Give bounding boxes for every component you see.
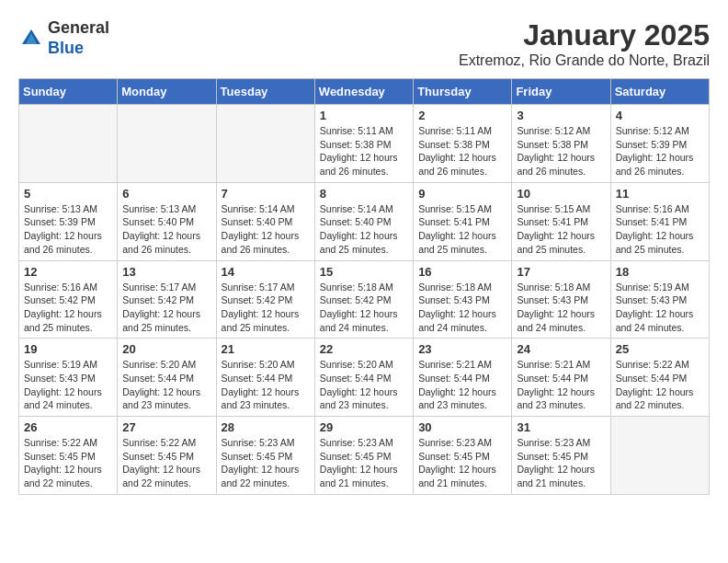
calendar-cell: 6Sunrise: 5:13 AM Sunset: 5:40 PM Daylig…	[118, 182, 216, 260]
calendar-cell: 17Sunrise: 5:18 AM Sunset: 5:43 PM Dayli…	[512, 260, 610, 339]
day-number: 1	[320, 109, 408, 122]
day-number: 10	[517, 187, 605, 201]
calendar-cell: 3Sunrise: 5:12 AM Sunset: 5:38 PM Daylig…	[512, 105, 610, 183]
calendar-week-row: 5Sunrise: 5:13 AM Sunset: 5:39 PM Daylig…	[19, 182, 710, 260]
day-number: 19	[24, 342, 112, 356]
day-number: 9	[418, 187, 506, 201]
calendar-cell: 27Sunrise: 5:22 AM Sunset: 5:45 PM Dayli…	[118, 417, 216, 495]
calendar-week-row: 26Sunrise: 5:22 AM Sunset: 5:45 PM Dayli…	[19, 417, 710, 495]
day-number: 25	[616, 342, 704, 356]
day-info: Sunrise: 5:23 AM Sunset: 5:45 PM Dayligh…	[517, 436, 605, 490]
calendar-cell	[216, 105, 314, 183]
logo-text: General Blue	[48, 18, 109, 58]
day-number: 17	[517, 265, 605, 279]
day-number: 29	[320, 420, 408, 434]
calendar-week-row: 12Sunrise: 5:16 AM Sunset: 5:42 PM Dayli…	[19, 260, 710, 339]
calendar-cell: 15Sunrise: 5:18 AM Sunset: 5:42 PM Dayli…	[314, 260, 413, 339]
day-number: 31	[517, 420, 605, 434]
day-number: 22	[320, 342, 408, 356]
day-info: Sunrise: 5:14 AM Sunset: 5:40 PM Dayligh…	[320, 202, 408, 257]
day-number: 23	[418, 342, 506, 356]
day-info: Sunrise: 5:17 AM Sunset: 5:42 PM Dayligh…	[122, 281, 210, 335]
column-header-thursday: Thursday	[414, 79, 512, 105]
day-info: Sunrise: 5:23 AM Sunset: 5:45 PM Dayligh…	[320, 436, 408, 490]
calendar-cell: 23Sunrise: 5:21 AM Sunset: 5:44 PM Dayli…	[414, 339, 512, 417]
day-info: Sunrise: 5:21 AM Sunset: 5:44 PM Dayligh…	[418, 358, 506, 412]
day-info: Sunrise: 5:11 AM Sunset: 5:38 PM Dayligh…	[320, 124, 408, 178]
day-info: Sunrise: 5:14 AM Sunset: 5:40 PM Dayligh…	[222, 202, 310, 257]
day-info: Sunrise: 5:12 AM Sunset: 5:39 PM Dayligh…	[616, 124, 704, 178]
column-header-friday: Friday	[512, 79, 610, 105]
calendar-cell: 16Sunrise: 5:18 AM Sunset: 5:43 PM Dayli…	[414, 260, 512, 339]
day-number: 28	[222, 420, 310, 434]
day-info: Sunrise: 5:13 AM Sunset: 5:39 PM Dayligh…	[24, 202, 112, 257]
day-number: 11	[616, 187, 704, 201]
calendar-week-row: 19Sunrise: 5:19 AM Sunset: 5:43 PM Dayli…	[19, 339, 710, 417]
calendar-cell: 1Sunrise: 5:11 AM Sunset: 5:38 PM Daylig…	[314, 105, 413, 183]
calendar-cell: 29Sunrise: 5:23 AM Sunset: 5:45 PM Dayli…	[314, 417, 413, 495]
day-info: Sunrise: 5:20 AM Sunset: 5:44 PM Dayligh…	[222, 358, 310, 412]
calendar-cell: 26Sunrise: 5:22 AM Sunset: 5:45 PM Dayli…	[19, 417, 118, 495]
day-info: Sunrise: 5:22 AM Sunset: 5:45 PM Dayligh…	[122, 436, 210, 490]
day-info: Sunrise: 5:23 AM Sunset: 5:45 PM Dayligh…	[418, 436, 506, 490]
day-info: Sunrise: 5:18 AM Sunset: 5:43 PM Dayligh…	[517, 281, 605, 335]
column-header-tuesday: Tuesday	[216, 79, 314, 105]
calendar-cell: 22Sunrise: 5:20 AM Sunset: 5:44 PM Dayli…	[314, 339, 413, 417]
calendar-cell	[610, 417, 709, 495]
calendar-cell: 7Sunrise: 5:14 AM Sunset: 5:40 PM Daylig…	[216, 182, 314, 260]
day-info: Sunrise: 5:16 AM Sunset: 5:42 PM Dayligh…	[24, 281, 112, 335]
day-number: 21	[222, 342, 310, 356]
day-info: Sunrise: 5:13 AM Sunset: 5:40 PM Dayligh…	[122, 202, 210, 257]
day-info: Sunrise: 5:15 AM Sunset: 5:41 PM Dayligh…	[517, 202, 605, 257]
day-number: 18	[616, 265, 704, 279]
calendar-cell	[19, 105, 118, 183]
day-number: 16	[418, 265, 506, 279]
calendar-cell: 31Sunrise: 5:23 AM Sunset: 5:45 PM Dayli…	[512, 417, 610, 495]
page-header: General Blue January 2025 Extremoz, Rio …	[18, 18, 710, 69]
column-header-wednesday: Wednesday	[314, 79, 413, 105]
day-info: Sunrise: 5:19 AM Sunset: 5:43 PM Dayligh…	[24, 358, 112, 412]
day-number: 6	[122, 187, 210, 201]
day-number: 27	[122, 420, 210, 434]
day-number: 8	[320, 187, 408, 201]
month-title: January 2025	[459, 18, 710, 52]
day-info: Sunrise: 5:18 AM Sunset: 5:43 PM Dayligh…	[418, 281, 506, 335]
calendar-cell: 11Sunrise: 5:16 AM Sunset: 5:41 PM Dayli…	[610, 182, 709, 260]
calendar-cell: 14Sunrise: 5:17 AM Sunset: 5:42 PM Dayli…	[216, 260, 314, 339]
day-info: Sunrise: 5:20 AM Sunset: 5:44 PM Dayligh…	[122, 358, 210, 412]
calendar-week-row: 1Sunrise: 5:11 AM Sunset: 5:38 PM Daylig…	[19, 105, 710, 183]
day-info: Sunrise: 5:23 AM Sunset: 5:45 PM Dayligh…	[222, 436, 310, 490]
calendar-cell: 19Sunrise: 5:19 AM Sunset: 5:43 PM Dayli…	[19, 339, 118, 417]
calendar-cell: 8Sunrise: 5:14 AM Sunset: 5:40 PM Daylig…	[314, 182, 413, 260]
location-title: Extremoz, Rio Grande do Norte, Brazil	[459, 52, 710, 69]
day-number: 15	[320, 265, 408, 279]
day-number: 5	[24, 187, 112, 201]
calendar-cell: 28Sunrise: 5:23 AM Sunset: 5:45 PM Dayli…	[216, 417, 314, 495]
day-number: 4	[616, 109, 704, 122]
day-info: Sunrise: 5:22 AM Sunset: 5:45 PM Dayligh…	[24, 436, 112, 490]
day-info: Sunrise: 5:18 AM Sunset: 5:42 PM Dayligh…	[320, 281, 408, 335]
day-info: Sunrise: 5:22 AM Sunset: 5:44 PM Dayligh…	[616, 358, 704, 412]
day-number: 20	[122, 342, 210, 356]
day-number: 2	[418, 109, 506, 122]
calendar-table: SundayMondayTuesdayWednesdayThursdayFrid…	[18, 78, 710, 495]
day-info: Sunrise: 5:15 AM Sunset: 5:41 PM Dayligh…	[418, 202, 506, 257]
day-number: 24	[517, 342, 605, 356]
day-number: 14	[222, 265, 310, 279]
day-info: Sunrise: 5:11 AM Sunset: 5:38 PM Dayligh…	[418, 124, 506, 178]
column-header-monday: Monday	[118, 79, 216, 105]
day-info: Sunrise: 5:17 AM Sunset: 5:42 PM Dayligh…	[222, 281, 310, 335]
calendar-cell: 20Sunrise: 5:20 AM Sunset: 5:44 PM Dayli…	[118, 339, 216, 417]
calendar-cell: 2Sunrise: 5:11 AM Sunset: 5:38 PM Daylig…	[414, 105, 512, 183]
logo-blue: Blue	[48, 39, 84, 57]
day-number: 12	[24, 265, 112, 279]
day-number: 3	[517, 109, 605, 122]
calendar-cell	[118, 105, 216, 183]
calendar-cell: 25Sunrise: 5:22 AM Sunset: 5:44 PM Dayli…	[610, 339, 709, 417]
day-number: 26	[24, 420, 112, 434]
logo-general: General	[48, 18, 109, 37]
day-info: Sunrise: 5:19 AM Sunset: 5:43 PM Dayligh…	[616, 281, 704, 335]
title-block: January 2025 Extremoz, Rio Grande do Nor…	[459, 18, 710, 69]
calendar-cell: 10Sunrise: 5:15 AM Sunset: 5:41 PM Dayli…	[512, 182, 610, 260]
day-info: Sunrise: 5:20 AM Sunset: 5:44 PM Dayligh…	[320, 358, 408, 412]
